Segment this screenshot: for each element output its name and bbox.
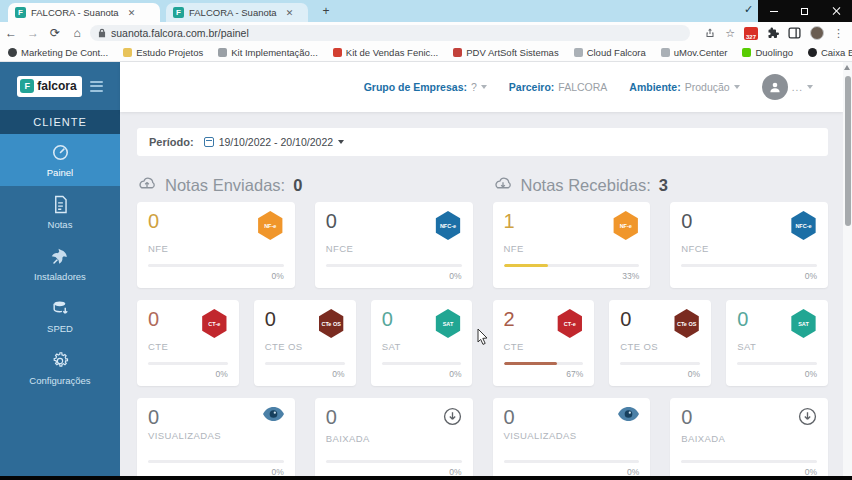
sidebar-toggle-hamburger-icon[interactable] — [90, 81, 103, 92]
download-circle-icon — [798, 407, 817, 430]
chevron-down-icon — [807, 85, 813, 89]
sidebar-item-notas[interactable]: Notas — [0, 186, 120, 238]
sidebar-item-instaladores[interactable]: Instaladores — [0, 238, 120, 290]
cards-row: 1 NF-e NFE 33% 0 NFC-e NFCE 0% — [493, 202, 829, 288]
stat-card-visualizadas[interactable]: 0 VISUALIZADAS 0% — [493, 398, 651, 476]
card-label: VISUALIZADAS — [504, 430, 640, 441]
new-tab-button[interactable]: + — [318, 4, 334, 20]
user-avatar[interactable] — [762, 74, 788, 100]
eye-icon — [263, 407, 284, 425]
browser-tab-2[interactable]: F FALCORA - Suanota ✕ — [166, 3, 308, 22]
bookmark-label: Kit Implementação... — [231, 47, 318, 58]
home-icon[interactable]: ⌂ — [66, 26, 88, 40]
period-bar: Período: 19/10/2022 - 20/10/2022 — [137, 128, 828, 156]
stat-card-nfce[interactable]: 0 NFC-e NFCE 0% — [670, 202, 828, 288]
bookmark-item[interactable]: PDV ArtSoft Sistemas — [453, 47, 558, 58]
bookmark-item[interactable]: Cloud Falcora — [574, 47, 646, 58]
stat-card-cte-os[interactable]: 0 CTe OS CTE OS 0% — [254, 300, 356, 386]
bookmark-item[interactable]: Caixa Econômica Fe... — [808, 47, 852, 58]
forward-icon[interactable]: → — [22, 26, 44, 40]
stat-card-nfe[interactable]: 0 NF-e NFE 0% — [137, 202, 295, 288]
back-icon[interactable]: ← — [0, 26, 22, 40]
falcora-logo[interactable]: F falcora — [17, 76, 81, 97]
browser-menu-kebab-icon[interactable]: ⋮ — [833, 27, 844, 40]
stat-card-visualizadas[interactable]: 0 VISUALIZADAS 0% — [137, 398, 295, 476]
period-label: Período: — [149, 136, 194, 148]
chevron-down-icon — [481, 85, 487, 89]
bookmark-star-icon[interactable]: ☆ — [725, 27, 735, 40]
screen: F FALCORA - Suanota ✕ F FALCORA - Suanot… — [0, 0, 852, 480]
extensions-puzzle-icon[interactable] — [767, 27, 779, 39]
card-label: SAT — [737, 341, 817, 352]
bookmark-item[interactable]: Kit de Vendas Fenic... — [333, 47, 438, 58]
sidebar-item-painel[interactable]: Painel — [0, 134, 120, 186]
browser-tab-1[interactable]: F FALCORA - Suanota ✕ — [8, 3, 160, 22]
maximize-button[interactable] — [789, 0, 820, 22]
falcora-favicon-icon: F — [15, 7, 26, 18]
bookmark-favicon-icon — [808, 48, 817, 57]
sidebar-item-sped[interactable]: SPED — [0, 290, 120, 342]
page-scrollbar[interactable] — [843, 62, 852, 476]
sidebar-item-configura-es[interactable]: Configurações — [0, 342, 120, 394]
bookmark-label: Kit de Vendas Fenic... — [346, 47, 438, 58]
user-menu[interactable]: ... — [762, 74, 813, 100]
side-panel-icon[interactable] — [788, 27, 801, 39]
stat-card-nfce[interactable]: 0 NFC-e NFCE 0% — [315, 202, 473, 288]
card-label: VISUALIZADAS — [148, 430, 284, 441]
notes-section: Notas Enviadas: 0 0 NF-e NFE 0% 0 NFC-e … — [137, 168, 473, 476]
period-picker[interactable]: 19/10/2022 - 20/10/2022 — [204, 136, 344, 148]
company-group-select[interactable]: Grupo de Empresas: ? — [364, 81, 487, 93]
browser-profile-avatar[interactable] — [810, 26, 824, 40]
stat-card-nfe[interactable]: 1 NF-e NFE 33% — [493, 202, 651, 288]
check-icon: ✓ — [744, 3, 753, 16]
reload-icon[interactable]: ⟳ — [44, 26, 66, 40]
stat-card-cte-os[interactable]: 0 CTe OS CTE OS 0% — [609, 300, 711, 386]
bookmark-item[interactable]: Duolingo — [742, 47, 793, 58]
sidebar-item-label: Notas — [48, 219, 73, 230]
sidebar-logo-row: F falcora — [0, 62, 120, 110]
minimize-button[interactable] — [758, 0, 789, 22]
bookmark-favicon-icon — [8, 48, 17, 57]
hexagon-badge-icon: NFC-e — [435, 211, 462, 240]
tab-close-icon[interactable]: ✕ — [286, 8, 294, 18]
bookmark-item[interactable]: Estudo Projetos — [123, 47, 203, 58]
progress-percent: 0% — [681, 467, 817, 476]
progress-percent: 0% — [148, 369, 228, 379]
hexagon-badge-icon: CTe OS — [673, 309, 700, 338]
falcora-logo-icon: F — [20, 79, 34, 93]
hexagon-badge-icon: SAT — [790, 309, 817, 338]
section-title-text: Notas Recebidas: — [521, 176, 651, 195]
notes-section: Notas Recebidas: 3 1 NF-e NFE 33% 0 NFC-… — [493, 168, 829, 476]
stat-card-baixada[interactable]: 0 BAIXADA 0% — [315, 398, 473, 476]
card-label: CTE OS — [265, 341, 345, 352]
partner-label: Parceiro: — [509, 81, 555, 93]
download-circle-icon — [443, 407, 462, 430]
card-label: CTE — [504, 341, 584, 352]
card-value: 0 — [148, 211, 159, 231]
stat-card-sat[interactable]: 0 SAT SAT 0% — [371, 300, 473, 386]
rocket-icon — [50, 247, 70, 267]
bookmark-item[interactable]: uMov.Center — [661, 47, 728, 58]
environment-select[interactable]: Ambiente: Produção — [629, 81, 739, 93]
scrollbar-up-arrow-icon[interactable] — [844, 65, 850, 70]
progress-percent: 0% — [382, 369, 462, 379]
stat-card-cte[interactable]: 0 CT-e CTE 0% — [137, 300, 239, 386]
scrollbar-thumb[interactable] — [845, 76, 851, 226]
sidebar-item-label: Configurações — [29, 375, 90, 386]
bookmark-label: Cloud Falcora — [587, 47, 646, 58]
stat-card-baixada[interactable]: 0 BAIXADA 0% — [670, 398, 828, 476]
environment-label: Ambiente: — [629, 81, 680, 93]
bookmarks-bar: Marketing De Cont...Estudo ProjetosKit I… — [0, 44, 852, 62]
extension-badge-icon[interactable]: 327 — [744, 27, 758, 40]
tab-close-icon[interactable]: ✕ — [128, 8, 136, 18]
bookmark-item[interactable]: Marketing De Cont... — [8, 47, 108, 58]
stat-card-cte[interactable]: 2 CT-e CTE 67% — [493, 300, 595, 386]
close-button[interactable] — [821, 0, 852, 22]
share-icon[interactable] — [704, 27, 716, 39]
url-bar[interactable]: suanota.falcora.com.br/painel — [90, 25, 690, 41]
period-value: 19/10/2022 - 20/10/2022 — [219, 136, 333, 148]
stat-card-sat[interactable]: 0 SAT SAT 0% — [726, 300, 828, 386]
bookmark-item[interactable]: Kit Implementação... — [218, 47, 318, 58]
falcora-favicon-icon: F — [173, 7, 184, 18]
bookmark-favicon-icon — [661, 48, 670, 57]
